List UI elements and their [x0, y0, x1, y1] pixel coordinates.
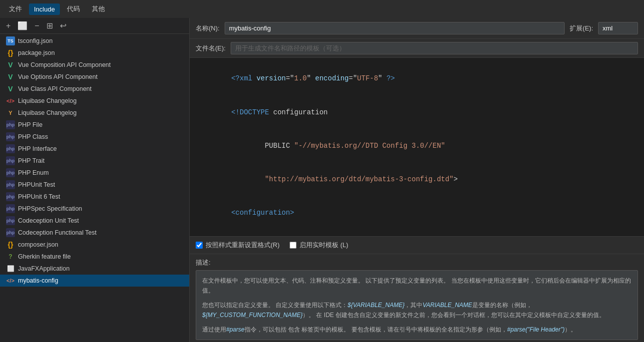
pkg-icon: {}: [6, 48, 15, 57]
list-item[interactable]: V Vue Options API Component: [0, 71, 189, 83]
desc-para2: 您也可以指定自定义变量。 自定义变量使用以下格式：${VARIABLE_NAME…: [202, 300, 632, 321]
name-input[interactable]: [225, 22, 565, 34]
reformat-checkbox[interactable]: [196, 242, 203, 249]
code-line-4: "http://mybatis.org/dtd/mybatis-3-config…: [198, 163, 636, 196]
list-item-selected[interactable]: </> mybatis-config: [0, 275, 189, 287]
list-item[interactable]: php Codeception Unit Test: [0, 215, 189, 227]
list-item[interactable]: ⬜ JavaFXApplication: [0, 263, 189, 275]
main-content: + ⬜ − ⊞ ↩ TS tsconfig.json {} package.js…: [0, 18, 644, 342]
desc-para3-mid: 指令，可以包括 包含 标签页中的模板。 要包含模板，请在引号中将模板的全名指定为…: [245, 326, 507, 333]
copy-button[interactable]: ⊞: [44, 20, 55, 31]
code-editor[interactable]: <?xml version="1.0" encoding="UTF-8" ?> …: [190, 58, 644, 236]
list-item[interactable]: V Vue Class API Component: [0, 83, 189, 95]
file-label: PHPUnit 6 Test: [18, 193, 60, 200]
desc-para2-suffix: 是变量的名称（例如，: [472, 302, 532, 309]
file-label: Vue Composition API Component: [18, 61, 111, 68]
desc-para2-mid: ，其中: [404, 302, 422, 309]
undo-button[interactable]: ↩: [58, 20, 68, 31]
liqui-icon: Y: [6, 108, 15, 117]
file-label: Vue Class API Component: [18, 85, 92, 92]
list-item[interactable]: php PHPUnit 6 Test: [0, 191, 189, 203]
file-label: Liquibase Changelog: [18, 97, 76, 104]
desc-para3-end: ）。: [565, 326, 577, 333]
menu-file[interactable]: 文件: [4, 2, 27, 15]
realtime-checkbox[interactable]: [290, 242, 297, 249]
php-icon: php: [6, 204, 15, 213]
description-text: 在文件模板中，您可以使用文本、代码、注释和预定义变量。 以下提供了预定义变量的列…: [196, 270, 638, 340]
list-item-gherkin[interactable]: ? Gherkin feature file: [0, 251, 189, 263]
new-file-button[interactable]: ⬜: [15, 20, 29, 31]
remove-button[interactable]: −: [32, 20, 41, 31]
reformat-checkbox-item[interactable]: 按照样式重新设置格式(R): [196, 241, 280, 250]
sidebar: + ⬜ − ⊞ ↩ TS tsconfig.json {} package.js…: [0, 18, 190, 342]
code-line-6: <properties resource="jdbc.properties"/>: [198, 230, 636, 236]
menu-code[interactable]: 代码: [62, 2, 85, 15]
list-item[interactable]: {} composer.json: [0, 239, 189, 251]
php-icon: php: [6, 216, 15, 225]
desc-para2-example: ${MY_CUSTOM_FUNCTION_NAME}: [202, 312, 303, 319]
list-item[interactable]: Y Liquibase Changelog: [0, 107, 189, 119]
file-label: PHP Trait: [18, 157, 44, 164]
filename-input[interactable]: [231, 42, 638, 54]
php-icon: php: [6, 132, 15, 141]
menu-include[interactable]: Include: [29, 3, 60, 15]
code-line-3: PUBLIC "-//mybatis.org//DTD Config 3.0//…: [198, 129, 636, 162]
javafx-icon: ⬜: [6, 264, 15, 273]
list-item[interactable]: php PHPSpec Specification: [0, 203, 189, 215]
name-label: 名称(N):: [196, 24, 220, 33]
php-icon: php: [6, 156, 15, 165]
php-icon: php: [6, 192, 15, 201]
description-section: 描述: 在文件模板中，您可以使用文本、代码、注释和预定义变量。 以下提供了预定义…: [190, 254, 644, 342]
file-label: PHP Interface: [18, 145, 57, 152]
desc-para3-example: #parse("File Header"): [507, 326, 565, 333]
code-line-5: <configuration>: [198, 196, 636, 230]
menu-other[interactable]: 其他: [87, 2, 110, 15]
desc-para3: 通过使用#parse指令，可以包括 包含 标签页中的模板。 要包含模板，请在引号…: [202, 325, 632, 335]
list-item[interactable]: php PHP Interface: [0, 143, 189, 155]
xml-icon: </>: [6, 276, 15, 285]
file-label: Codeception Functional Test: [18, 229, 97, 236]
desc-para3-prefix: 通过使用: [202, 326, 226, 333]
desc-para2-end: ）。 在 IDE 创建包含自定义变量的新文件之前，您会看到一个对话框，您可以在其…: [303, 312, 605, 319]
list-item[interactable]: {} package.json: [0, 47, 189, 59]
php-icon: php: [6, 120, 15, 129]
vue-icon: V: [6, 60, 15, 69]
file-label: PHP Enum: [18, 169, 49, 176]
realtime-checkbox-item[interactable]: 启用实时模板 (L): [290, 241, 348, 250]
list-item[interactable]: php PHP File: [0, 119, 189, 131]
file-label: PHP File: [18, 121, 42, 128]
ext-input[interactable]: [598, 22, 638, 34]
file-label: Liquibase Changelog: [18, 109, 76, 116]
file-label: package.json: [18, 49, 55, 56]
options-row: 按照样式重新设置格式(R) 启用实时模板 (L): [190, 236, 644, 254]
right-panel: 名称(N): 扩展(E): 文件名(E): <?xml version="1.0…: [190, 18, 644, 342]
file-label: composer.json: [18, 241, 58, 248]
description-title: 描述:: [196, 258, 638, 267]
code-line-2: <!DOCTYPE configuration: [198, 95, 636, 129]
file-label: Codeception Unit Test: [18, 217, 79, 224]
code-line-1: <?xml version="1.0" encoding="UTF-8" ?>: [198, 62, 636, 95]
add-button[interactable]: +: [4, 20, 12, 31]
desc-para1: 在文件模板中，您可以使用文本、代码、注释和预定义变量。 以下提供了预定义变量的列…: [202, 276, 632, 296]
php-icon: php: [6, 168, 15, 177]
file-list: TS tsconfig.json {} package.json V Vue C…: [0, 34, 189, 288]
composer-icon: {}: [6, 240, 15, 249]
list-item[interactable]: php PHP Trait: [0, 155, 189, 167]
list-item[interactable]: TS tsconfig.json: [0, 35, 189, 47]
php-icon: php: [6, 180, 15, 189]
sidebar-toolbar: + ⬜ − ⊞ ↩: [0, 18, 189, 34]
vue-icon: V: [6, 84, 15, 93]
liqui-icon: </>: [6, 96, 15, 105]
vue-icon: V: [6, 72, 15, 81]
list-item[interactable]: php PHPUnit Test: [0, 179, 189, 191]
list-item[interactable]: php Codeception Functional Test: [0, 227, 189, 239]
list-item[interactable]: </> Liquibase Changelog: [0, 95, 189, 107]
desc-para2-varname: VARIABLE_NAME: [422, 302, 472, 309]
list-item[interactable]: php PHP Enum: [0, 167, 189, 179]
file-label: JavaFXApplication: [18, 265, 70, 272]
menu-bar: 文件 Include 代码 其他: [0, 0, 644, 18]
list-item[interactable]: V Vue Composition API Component: [0, 59, 189, 71]
gherkin-icon: ?: [6, 252, 15, 261]
reformat-label: 按照样式重新设置格式(R): [206, 241, 280, 250]
list-item[interactable]: php PHP Class: [0, 131, 189, 143]
